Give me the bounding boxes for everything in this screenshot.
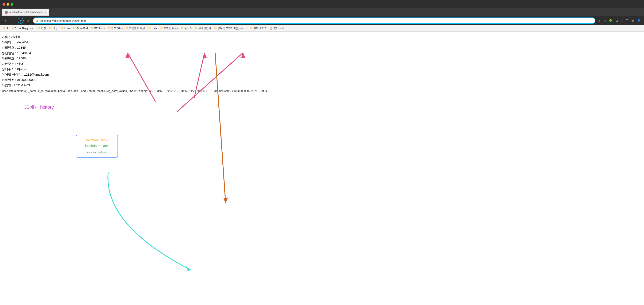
tab-title: localhost/website/members/ins xyxy=(9,11,43,14)
bookmark-item-icons[interactable]: 📁 Icons xyxy=(59,26,72,30)
svg-marker-7 xyxy=(224,198,228,203)
bookmark-item-ref-sites[interactable]: 📁 참고 Sites xyxy=(106,26,124,30)
bookmarks-bar: 📁 A 📁 Code Playground 📁 사진 📁 색상 📁 Icons … xyxy=(0,25,644,32)
extensions-button[interactable]: 🧩 xyxy=(608,18,614,23)
annotation-eq-sign: = xyxy=(106,138,108,142)
line-addr1: 기본주소 : 안녕 xyxy=(2,61,642,66)
annotation-line3: location.reload xyxy=(80,150,114,155)
folder-icon: 📁 xyxy=(195,27,198,30)
bookmark-item-other[interactable]: 📁 기타 북마크 xyxy=(249,26,268,30)
bookmark-item-a[interactable]: 📁 A xyxy=(2,26,10,30)
line-postal: 우편번호 : 17086 xyxy=(2,56,642,61)
tab-favicon: 🌐 xyxy=(5,11,8,14)
folder-icon: 📁 xyxy=(37,27,40,30)
back-button[interactable]: ‹ xyxy=(2,18,8,24)
annotation-line2: locaiton.replace xyxy=(80,143,114,149)
browser-window: 🌐 localhost/website/members/ins ✕ + ‹ › … xyxy=(0,0,644,305)
bookmark-item-study-temp[interactable]: 📁 공부 참고페이지(임시) xyxy=(213,26,244,30)
reader-button[interactable]: ≡ xyxy=(620,18,624,23)
line-email: 이메일 아이디 : 1212@gmail.com xyxy=(2,72,642,77)
bookmark-star-button[interactable]: ☆ xyxy=(602,18,607,23)
tab-close-button[interactable]: ✕ xyxy=(44,11,46,14)
tab-bar: 🌐 localhost/website/members/ins ✕ + xyxy=(0,8,644,16)
folder-icon: 📁 xyxy=(91,27,94,30)
sql-statement: insert into members(u_name, u_id, pwd, b… xyxy=(2,89,642,93)
folder-icon: 📁 xyxy=(181,27,184,30)
bookmark-item-fe-study[interactable]: 📁 FE Study xyxy=(90,26,106,30)
line-pwd: 비밀번호 : 12345 xyxy=(2,45,642,50)
annotation-location-box: location.href = locaiton.replace locatio… xyxy=(76,135,118,158)
folder-icon: 📁 xyxy=(60,27,64,30)
line-addr2: 상세주소 : 하세요 xyxy=(2,66,642,72)
folder-icon: 📁 xyxy=(250,27,253,30)
title-bar xyxy=(0,0,644,8)
bookmark-item-code-playground[interactable]: 📁 Code Playground xyxy=(10,26,36,30)
line-birth: 생년월일 : 19940104 xyxy=(2,50,642,56)
maximize-button[interactable] xyxy=(10,3,13,6)
folder-icon: 📁 xyxy=(148,27,151,30)
page-content: 이름 : 전예원 아이디 : dpdnjs402 비밀번호 : 12345 생년… xyxy=(0,32,644,305)
share-button[interactable]: ⬆ xyxy=(597,18,601,23)
minimize-button[interactable] xyxy=(6,3,9,6)
line-mobile: 전화번호 : 01000000000 xyxy=(2,77,642,82)
profile-button[interactable]: 👤 xyxy=(636,18,642,23)
bookmark-item-useful[interactable]: 📁 작업할때 유용 xyxy=(124,26,146,30)
nav-actions: ⬆ ☆ 🧩 ⊞ ≡ { } ⚙ 👤 xyxy=(597,18,642,23)
nav-bar: ‹ › ↻ ⌂ 🔒 localhost/website/members/inse… xyxy=(0,16,644,25)
folder-icon: 📁 xyxy=(126,27,128,30)
bookmark-item-code[interactable]: 📁 code xyxy=(147,26,158,30)
settings-button[interactable]: ⚙ xyxy=(630,18,635,23)
new-tab-button[interactable]: + xyxy=(50,10,56,14)
folder-icon: 📁 xyxy=(49,27,52,30)
bookmark-item-frontend[interactable]: 📁 Front-End xyxy=(72,26,89,30)
annotation-history-text: JS에서 history xyxy=(24,103,54,111)
traffic-lights xyxy=(2,3,13,6)
line-id: 아이디 : dpdnjs402 xyxy=(2,40,642,45)
folder-icon: 📁 xyxy=(108,27,110,30)
home-button[interactable]: ⌂ xyxy=(25,18,31,24)
bookmark-item-design-tools[interactable]: 📁 디자인 Tools xyxy=(159,26,179,30)
refresh-button[interactable]: ↻ xyxy=(18,18,24,24)
folder-icon: 📁 xyxy=(11,27,14,30)
forward-button[interactable]: › xyxy=(10,18,16,24)
bookmark-item-colors[interactable]: 📁 색상 xyxy=(48,26,59,30)
close-button[interactable] xyxy=(2,3,5,6)
sidebar-button[interactable]: ⊞ xyxy=(615,18,619,23)
bookmark-item-validation[interactable]: 📁 유효성검사 xyxy=(194,26,212,30)
svg-marker-8 xyxy=(186,266,190,271)
line-regdate: 가입일 : 2021-12-03 xyxy=(2,82,642,88)
lock-icon: 🔒 xyxy=(36,20,39,22)
devtools-button[interactable]: { } xyxy=(625,18,629,23)
bookmark-item-photos[interactable]: 📁 사진 xyxy=(36,26,47,30)
folder-icon: 📁 xyxy=(3,27,6,30)
list-icon: 📋 xyxy=(270,27,273,30)
url-text: localhost/website/members/insert.php xyxy=(40,19,86,22)
folder-icon: 📁 xyxy=(214,27,217,30)
bookmark-item-moonbox[interactable]: 📁 문박스 xyxy=(180,26,193,30)
bookmark-more-button[interactable]: » xyxy=(244,26,248,30)
line-name: 이름 : 전예원 xyxy=(2,34,642,40)
active-tab[interactable]: 🌐 localhost/website/members/ins ✕ xyxy=(2,9,49,16)
bookmark-item-reading-list[interactable]: 📋 읽기 목록 xyxy=(268,26,285,30)
folder-icon: 📁 xyxy=(160,27,163,30)
address-bar[interactable]: 🔒 localhost/website/members/insert.php xyxy=(33,18,595,24)
folder-icon: 📁 xyxy=(73,27,76,30)
annotation-line1: location.href = xyxy=(80,137,114,143)
